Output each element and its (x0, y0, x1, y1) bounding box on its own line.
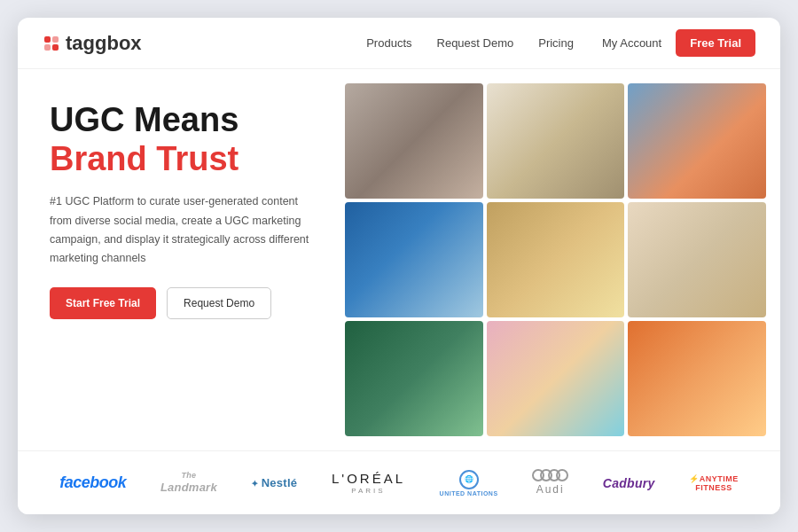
brands-strip: facebook The Landmark ✦Nestlé L'ORÉAL PA… (18, 450, 780, 514)
brand-loreal: L'ORÉAL PARIS (332, 471, 405, 496)
svg-rect-1 (52, 36, 59, 43)
photo-8 (487, 321, 625, 436)
hero-section: UGC Means Brand Trust #1 UGC Platform to… (18, 69, 338, 450)
hero-title-line2: Brand Trust (50, 140, 313, 179)
main-content: UGC Means Brand Trust #1 UGC Platform to… (18, 69, 780, 450)
svg-rect-3 (52, 44, 59, 51)
nav-links: Products Request Demo Pricing (366, 36, 574, 50)
hero-buttons: Start Free Trial Request Demo (50, 287, 313, 319)
photo-7 (345, 321, 483, 436)
free-trial-button[interactable]: Free Trial (676, 29, 755, 57)
hero-title: UGC Means Brand Trust (50, 101, 313, 178)
photo-9 (628, 321, 766, 436)
brand-cadbury: Cadbury (603, 476, 655, 490)
brand-un: 🌐 UNITED NATIONS (440, 470, 498, 497)
nav-request-demo[interactable]: Request Demo (437, 36, 514, 50)
my-account-link[interactable]: My Account (602, 36, 661, 50)
brand-audi: Audi (532, 469, 568, 496)
svg-rect-2 (44, 44, 51, 51)
photo-6 (628, 202, 766, 317)
photo-3 (628, 83, 766, 199)
main-window: taggbox Products Request Demo Pricing My… (18, 18, 780, 514)
photo-4 (345, 202, 483, 317)
brand-facebook: facebook (59, 473, 126, 492)
nav-right: My Account Free Trial (602, 29, 755, 57)
start-free-trial-button[interactable]: Start Free Trial (50, 287, 156, 319)
photo-grid (338, 69, 780, 450)
nav-pricing[interactable]: Pricing (538, 36, 574, 50)
photo-2 (487, 83, 625, 199)
brand-landmark: The Landmark (160, 471, 217, 494)
hero-description: #1 UGC Platform to curate user-generated… (50, 192, 313, 268)
request-demo-button[interactable]: Request Demo (167, 287, 271, 319)
brand-anytime-fitness: ⚡ANYTIME FITNESS (689, 474, 739, 492)
brand-nestle: ✦Nestlé (251, 476, 297, 489)
hero-title-line1: UGC Means (50, 101, 313, 140)
photo-5 (487, 202, 625, 317)
logo[interactable]: taggbox (43, 32, 142, 55)
nav-products[interactable]: Products (366, 36, 411, 50)
svg-rect-0 (44, 36, 51, 43)
navbar: taggbox Products Request Demo Pricing My… (18, 18, 780, 69)
photo-1 (345, 83, 483, 199)
logo-text: taggbox (66, 32, 142, 55)
